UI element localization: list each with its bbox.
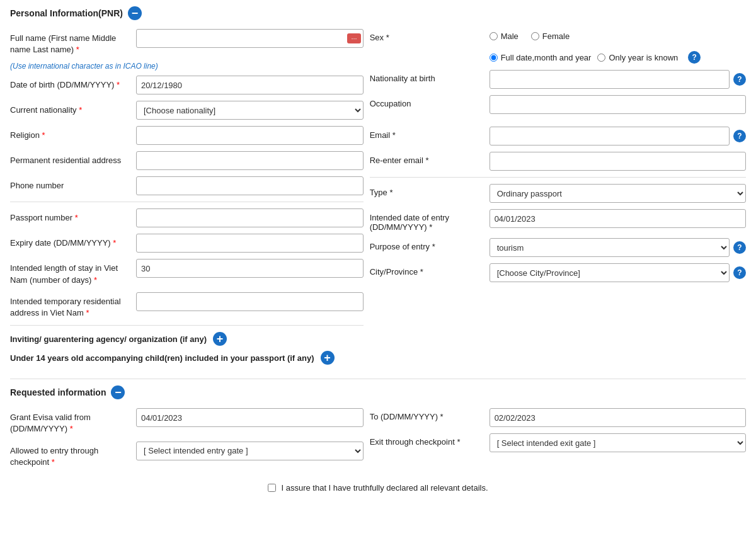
to-row: To (DD/MM/YYYY) *: [370, 408, 746, 427]
female-radio[interactable]: [531, 32, 539, 40]
exit-gate-label: Exit through checkpoint *: [370, 433, 490, 447]
email-help-icon[interactable]: ?: [733, 130, 746, 142]
city-select[interactable]: [Choose City/Province]: [490, 263, 730, 282]
stay-length-input[interactable]: [136, 259, 364, 278]
phone-input-wrap: [136, 176, 364, 195]
dob-options-row: Full date,month and year Only year is kn…: [370, 48, 746, 64]
type-label: Type *: [370, 184, 490, 197]
intended-entry-input[interactable]: [490, 209, 746, 228]
phone-input[interactable]: [136, 176, 364, 195]
assurance-text: I assure that I have truthfully declared…: [281, 483, 488, 493]
religion-input-wrap: [136, 126, 364, 145]
intended-entry-label: Intended date of entry (DD/MM/YYYY) *: [370, 209, 490, 232]
assurance-checkbox[interactable]: [268, 484, 276, 492]
occupation-input[interactable]: [490, 95, 746, 114]
nat-birth-help-icon[interactable]: ?: [733, 73, 746, 86]
add-under14-button[interactable]: +: [321, 351, 335, 365]
dob-options: Full date,month and year Only year is kn…: [490, 48, 746, 64]
dob-row: Date of birth (DD/MM/YYYY) *: [10, 76, 364, 94]
fullname-input-wrap: ···: [136, 29, 364, 48]
female-option[interactable]: Female: [531, 31, 570, 41]
re-email-input[interactable]: [490, 152, 746, 171]
assurance-row: I assure that I have truthfully declared…: [10, 483, 746, 493]
expiry-row: Expiry date (DD/MM/YYYY) *: [10, 234, 364, 253]
under14-row: Under 14 years old accompanying child(re…: [10, 351, 364, 365]
entry-gate-select[interactable]: [ Select intended entry gate ]: [136, 442, 364, 460]
full-date-option[interactable]: Full date,month and year: [490, 53, 592, 62]
male-radio[interactable]: [490, 32, 498, 40]
re-email-label: Re-enter email *: [370, 152, 490, 165]
temp-address-label: Intended temporary residential address i…: [10, 292, 136, 319]
phone-row: Phone number: [10, 176, 364, 195]
sex-row: Sex * Male Female: [370, 29, 746, 42]
purpose-select[interactable]: tourism: [490, 238, 730, 257]
section-title: Personal Information(PNR): [10, 8, 123, 18]
full-date-radio[interactable]: [490, 54, 498, 62]
nationality-row: Current nationality * [Choose nationalit…: [10, 101, 364, 120]
purpose-help-icon[interactable]: ?: [733, 241, 746, 254]
to-input[interactable]: [490, 408, 746, 427]
expiry-input-wrap: [136, 234, 364, 253]
occupation-row: Occupation: [370, 95, 746, 114]
religion-row: Religion *: [10, 126, 364, 145]
entry-gate-input-wrap: [ Select intended entry gate ]: [136, 442, 364, 460]
dob-input-wrap: [136, 76, 364, 94]
only-year-option[interactable]: Only year is known: [597, 53, 678, 62]
dob-help-icon[interactable]: ?: [688, 51, 701, 64]
collapse-requested-button[interactable]: −: [111, 385, 125, 399]
temp-address-input[interactable]: [136, 292, 364, 311]
sex-label: Sex *: [370, 29, 490, 42]
expiry-input[interactable]: [136, 234, 364, 253]
exit-gate-select[interactable]: [ Select intended exit gate ]: [490, 433, 746, 452]
city-help-icon[interactable]: ?: [733, 266, 746, 279]
occupation-input-wrap: [490, 95, 746, 114]
fullname-input[interactable]: [136, 29, 364, 48]
exit-gate-row: Exit through checkpoint * [ Select inten…: [370, 433, 746, 452]
under14-label: Under 14 years old accompanying child(re…: [10, 353, 314, 363]
re-email-input-wrap: [490, 152, 746, 171]
city-row: City/Province * [Choose City/Province] ?: [370, 263, 746, 282]
fullname-dots-button[interactable]: ···: [347, 33, 360, 43]
only-year-radio[interactable]: [597, 54, 605, 62]
stay-length-row: Intended length of stay in Viet Nam (num…: [10, 259, 364, 285]
nat-birth-row: Nationality at birth ?: [370, 70, 746, 89]
fullname-label: Full name (First name Middle name Last n…: [10, 29, 136, 55]
passport-number-label: Passport number *: [10, 208, 136, 224]
occupation-label: Occupation: [370, 95, 490, 108]
city-input-wrap: [Choose City/Province] ?: [490, 263, 746, 282]
nat-birth-input-wrap: ?: [490, 70, 746, 89]
male-option[interactable]: Male: [490, 31, 518, 41]
nationality-label: Current nationality *: [10, 101, 136, 116]
intended-entry-input-wrap: [490, 209, 746, 228]
nat-birth-input[interactable]: [490, 70, 730, 89]
stay-length-input-wrap: [136, 259, 364, 278]
entry-gate-row: Allowed to entry through checkpoint * [ …: [10, 442, 364, 468]
temp-address-row: Intended temporary residential address i…: [10, 292, 364, 319]
section-header-personal: Personal Information(PNR) −: [10, 6, 746, 20]
add-inviting-button[interactable]: +: [213, 332, 227, 346]
type-input-wrap: Ordinary passport: [490, 184, 746, 203]
dob-label: Date of birth (DD/MM/YYYY) *: [10, 76, 136, 91]
purpose-input-wrap: tourism ?: [490, 238, 746, 257]
purpose-label: Purpose of entry *: [370, 238, 490, 251]
exit-gate-input-wrap: [ Select intended exit gate ]: [490, 433, 746, 452]
type-select[interactable]: Ordinary passport: [490, 184, 746, 203]
dob-input[interactable]: [136, 76, 364, 94]
expiry-label: Expiry date (DD/MM/YYYY) *: [10, 234, 136, 249]
icao-note: (Use international character as in ICAO …: [10, 62, 364, 71]
to-input-wrap: [490, 408, 746, 427]
fullname-row: Full name (First name Middle name Last n…: [10, 29, 364, 55]
religion-input[interactable]: [136, 126, 364, 145]
passport-number-input-wrap: [136, 208, 364, 227]
grant-from-label: Grant Evisa valid from (DD/MM/YYYY) *: [10, 408, 136, 435]
perm-address-input[interactable]: [136, 151, 364, 170]
passport-number-input[interactable]: [136, 208, 364, 227]
email-input-wrap: ?: [490, 127, 746, 145]
grant-from-input[interactable]: [136, 408, 364, 427]
perm-address-label: Permanent residential address: [10, 151, 136, 166]
nationality-select[interactable]: [Choose nationality]: [136, 101, 364, 120]
email-input[interactable]: [490, 127, 730, 145]
re-email-row: Re-enter email *: [370, 152, 746, 171]
collapse-personal-button[interactable]: −: [128, 6, 142, 20]
nationality-input-wrap: [Choose nationality]: [136, 101, 364, 120]
